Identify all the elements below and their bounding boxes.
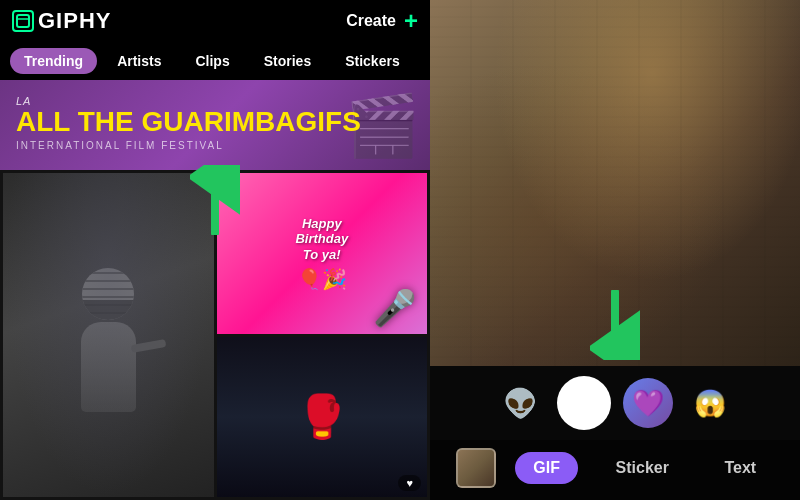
like-button-mma[interactable]: ♥ bbox=[398, 475, 421, 491]
sticker-row: 👽 💜 😱 bbox=[430, 366, 800, 440]
text-button[interactable]: Text bbox=[706, 452, 774, 484]
plus-button[interactable]: + bbox=[404, 9, 418, 33]
header-actions: Create + bbox=[346, 9, 418, 33]
story-toolbar: GIF Sticker Text bbox=[430, 440, 800, 500]
gif-cell-mma[interactable]: 🥊 ♥ bbox=[217, 337, 428, 498]
banner-title: ALL THE GUARIMBAGIFS bbox=[16, 107, 361, 138]
gif-cell-birthday[interactable]: HappyBirthdayTo ya! 🎈🎉 🎤 bbox=[217, 173, 428, 334]
story-background bbox=[430, 0, 800, 366]
giphy-grid: HappyBirthdayTo ya! 🎈🎉 🎤 🥊 ♥ bbox=[0, 170, 430, 500]
tab-stickers[interactable]: Stickers bbox=[331, 48, 413, 74]
gif-fencer-placeholder bbox=[3, 173, 214, 497]
giphy-banner: LA ALL THE GUARIMBAGIFS INTERNATIONAL FI… bbox=[0, 80, 430, 170]
sticker-button[interactable]: Sticker bbox=[598, 452, 687, 484]
tab-trending[interactable]: Trending bbox=[10, 48, 97, 74]
sticker-heart[interactable]: 💜 bbox=[623, 378, 673, 428]
tab-stories[interactable]: Stories bbox=[250, 48, 325, 74]
sticker-shocked[interactable]: 😱 bbox=[685, 378, 735, 428]
sticker-alien[interactable]: 👽 bbox=[495, 378, 545, 428]
heart-icon: ♥ bbox=[406, 477, 413, 489]
banner-title-prefix: ALL THE bbox=[16, 106, 141, 137]
media-thumbnail[interactable] bbox=[456, 448, 496, 488]
gif-cell-fencer[interactable] bbox=[3, 173, 214, 497]
thumbnail-image bbox=[458, 450, 494, 486]
banner-title-suffix: GIFS bbox=[295, 106, 360, 137]
giphy-logo-icon bbox=[12, 10, 34, 32]
gif-mma-placeholder: 🥊 bbox=[217, 337, 428, 498]
sticker-capture-button[interactable] bbox=[557, 376, 611, 430]
banner-brand-name: GUARIMBA bbox=[141, 106, 295, 137]
giphy-logo-wordmark: GIPHY bbox=[38, 8, 111, 34]
create-button[interactable]: Create bbox=[346, 12, 396, 30]
story-panel: 👽 💜 😱 GIF Sticker Text bbox=[430, 0, 800, 500]
giphy-panel: GIPHY Create + Trending Artists Clips St… bbox=[0, 0, 430, 500]
giphy-logo: GIPHY bbox=[12, 8, 111, 34]
svg-rect-0 bbox=[17, 15, 29, 27]
tab-artists[interactable]: Artists bbox=[103, 48, 175, 74]
giphy-navigation: Trending Artists Clips Stories Stickers bbox=[0, 42, 430, 80]
giphy-header: GIPHY Create + bbox=[0, 0, 430, 42]
tab-clips[interactable]: Clips bbox=[181, 48, 243, 74]
banner-description: INTERNATIONAL FILM FESTIVAL bbox=[16, 140, 361, 151]
gif-button[interactable]: GIF bbox=[515, 452, 578, 484]
banner-content: LA ALL THE GUARIMBAGIFS INTERNATIONAL FI… bbox=[16, 95, 361, 151]
